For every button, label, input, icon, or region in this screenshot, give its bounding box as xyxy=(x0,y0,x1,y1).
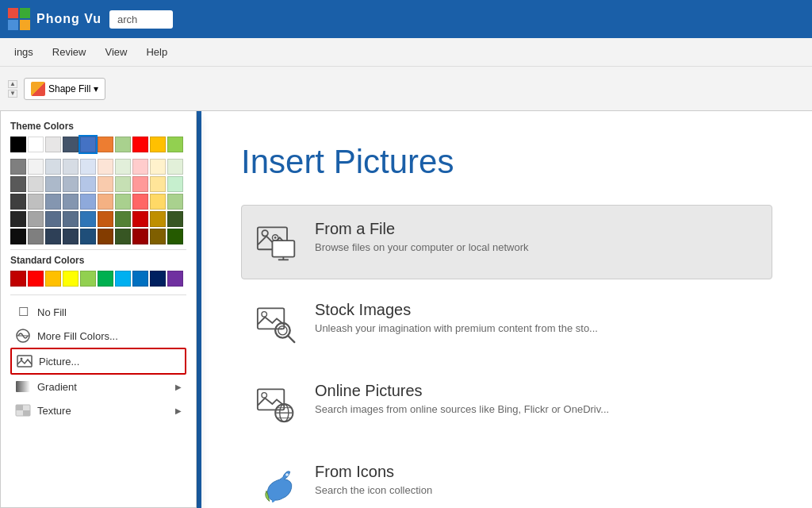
menu-item-view[interactable]: View xyxy=(97,43,135,61)
scroll-arrows[interactable]: ▲ ▼ xyxy=(8,80,17,98)
stock-images-option[interactable]: Stock Images Unleash your imagination wi… xyxy=(241,286,772,360)
theme-shade-2-9[interactable] xyxy=(167,194,183,210)
standard-color-6[interactable] xyxy=(115,271,131,287)
svg-rect-21 xyxy=(258,389,284,410)
standard-color-3[interactable] xyxy=(63,271,79,287)
theme-shade-3-8[interactable] xyxy=(150,211,166,227)
theme-shade-2-7[interactable] xyxy=(132,194,148,210)
theme-shade-0-4[interactable] xyxy=(80,159,96,175)
theme-shade-4-7[interactable] xyxy=(132,229,148,244)
theme-color-top-2[interactable] xyxy=(45,137,61,152)
standard-color-8[interactable] xyxy=(150,271,166,287)
theme-shade-3-2[interactable] xyxy=(45,211,61,227)
no-fill-option[interactable]: ☐ No Fill xyxy=(10,300,186,324)
menu-item-help[interactable]: Help xyxy=(138,43,175,61)
from-file-option[interactable]: From a File Browse files on your compute… xyxy=(241,205,772,279)
theme-color-top-3[interactable] xyxy=(63,137,79,152)
standard-color-0[interactable] xyxy=(10,271,26,287)
svg-point-19 xyxy=(278,326,287,335)
theme-shade-0-2[interactable] xyxy=(45,159,61,175)
theme-color-top-6[interactable] xyxy=(115,137,131,152)
standard-color-1[interactable] xyxy=(28,271,44,287)
theme-shade-0-1[interactable] xyxy=(28,159,44,175)
standard-color-5[interactable] xyxy=(98,271,113,287)
scroll-up[interactable]: ▲ xyxy=(8,80,17,88)
theme-shade-4-5[interactable] xyxy=(98,229,113,244)
scroll-down[interactable]: ▼ xyxy=(8,90,17,98)
menu-item-review[interactable]: Review xyxy=(44,43,94,61)
theme-shade-1-4[interactable] xyxy=(80,176,96,192)
theme-shade-0-3[interactable] xyxy=(63,159,79,175)
theme-shade-4-1[interactable] xyxy=(28,229,44,244)
standard-color-4[interactable] xyxy=(80,271,96,287)
theme-color-top-7[interactable] xyxy=(132,137,148,152)
theme-color-top-5[interactable] xyxy=(98,137,113,152)
from-icons-text: From Icons Search the icon collection xyxy=(315,463,432,496)
theme-color-top-1[interactable] xyxy=(28,137,44,152)
theme-color-top-9[interactable] xyxy=(167,137,183,152)
standard-color-2[interactable] xyxy=(45,271,61,287)
search-bar[interactable]: arch xyxy=(109,10,173,29)
theme-shade-4-4[interactable] xyxy=(80,229,96,244)
theme-shade-4-9[interactable] xyxy=(167,229,183,244)
more-fill-option[interactable]: More Fill Colors... xyxy=(10,324,186,348)
theme-shade-2-4[interactable] xyxy=(80,194,96,210)
menu-item-ings[interactable]: ings xyxy=(6,43,41,61)
theme-shade-0-7[interactable] xyxy=(132,159,148,175)
theme-shade-2-5[interactable] xyxy=(98,194,113,210)
theme-shade-0-5[interactable] xyxy=(98,159,113,175)
theme-shade-2-2[interactable] xyxy=(45,194,61,210)
theme-shade-row-3 xyxy=(10,211,186,227)
theme-shade-3-0[interactable] xyxy=(10,211,26,227)
theme-shade-row-1 xyxy=(10,176,186,192)
theme-shade-1-1[interactable] xyxy=(28,176,44,192)
shape-fill-icon xyxy=(31,82,45,96)
theme-shade-0-8[interactable] xyxy=(150,159,166,175)
gradient-option[interactable]: Gradient ▶ xyxy=(10,375,186,398)
theme-shade-0-9[interactable] xyxy=(167,159,183,175)
picture-option[interactable]: Picture... xyxy=(10,348,186,375)
theme-shade-3-4[interactable] xyxy=(80,211,96,227)
online-pictures-option[interactable]: Online Pictures Search images from onlin… xyxy=(241,367,772,441)
theme-shade-1-7[interactable] xyxy=(132,176,148,192)
theme-shade-1-9[interactable] xyxy=(167,176,183,192)
standard-color-9[interactable] xyxy=(167,271,183,287)
theme-color-top-0[interactable] xyxy=(10,137,26,152)
theme-shade-3-5[interactable] xyxy=(98,211,113,227)
theme-shade-4-2[interactable] xyxy=(45,229,61,244)
theme-shade-1-6[interactable] xyxy=(115,176,131,192)
theme-shade-3-1[interactable] xyxy=(28,211,44,227)
theme-shade-4-6[interactable] xyxy=(115,229,131,244)
theme-shade-4-3[interactable] xyxy=(63,229,79,244)
theme-shade-4-0[interactable] xyxy=(10,229,26,244)
theme-shade-2-6[interactable] xyxy=(115,194,131,210)
svg-point-14 xyxy=(274,237,277,239)
theme-shade-1-0[interactable] xyxy=(10,176,26,192)
theme-shade-1-8[interactable] xyxy=(150,176,166,192)
theme-shade-1-5[interactable] xyxy=(98,176,113,192)
gradient-icon xyxy=(15,379,31,394)
theme-shade-1-2[interactable] xyxy=(45,176,61,192)
theme-shade-2-0[interactable] xyxy=(10,194,26,210)
theme-shade-2-3[interactable] xyxy=(63,194,79,210)
theme-shade-2-1[interactable] xyxy=(28,194,44,210)
theme-shade-2-8[interactable] xyxy=(150,194,166,210)
theme-shade-4-8[interactable] xyxy=(150,229,166,244)
theme-shade-3-7[interactable] xyxy=(132,211,148,227)
insert-panel: Insert Pictures From a File xyxy=(201,111,812,508)
shape-fill-button[interactable]: Shape Fill ▾ xyxy=(24,78,105,100)
theme-color-top-8[interactable] xyxy=(150,137,166,152)
main-layout: Theme Colors Standard Colors ☐ No Fill M… xyxy=(0,111,812,508)
theme-shade-3-9[interactable] xyxy=(167,211,183,227)
standard-color-7[interactable] xyxy=(132,271,148,287)
from-icons-option[interactable]: From Icons Search the icon collection xyxy=(241,448,772,508)
texture-option[interactable]: Texture ▶ xyxy=(10,398,186,422)
theme-shade-3-3[interactable] xyxy=(63,211,79,227)
theme-shade-3-6[interactable] xyxy=(115,211,131,227)
insert-title: Insert Pictures xyxy=(241,143,772,181)
theme-shade-0-0[interactable] xyxy=(10,159,26,175)
theme-color-top-4[interactable] xyxy=(80,137,96,152)
theme-shade-1-3[interactable] xyxy=(63,176,79,192)
theme-shade-0-6[interactable] xyxy=(115,159,131,175)
theme-shade-row-2 xyxy=(10,194,186,210)
